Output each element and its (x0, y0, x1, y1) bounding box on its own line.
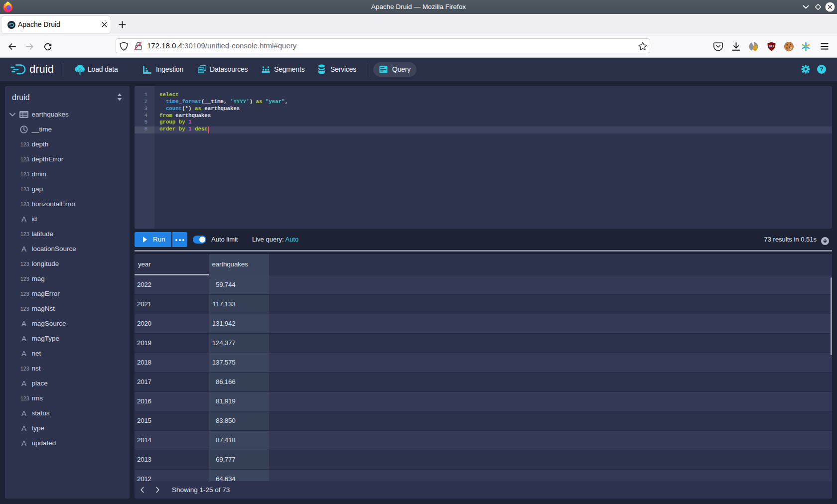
svg-text:uO: uO (769, 44, 774, 48)
svg-text:?: ? (820, 66, 823, 73)
